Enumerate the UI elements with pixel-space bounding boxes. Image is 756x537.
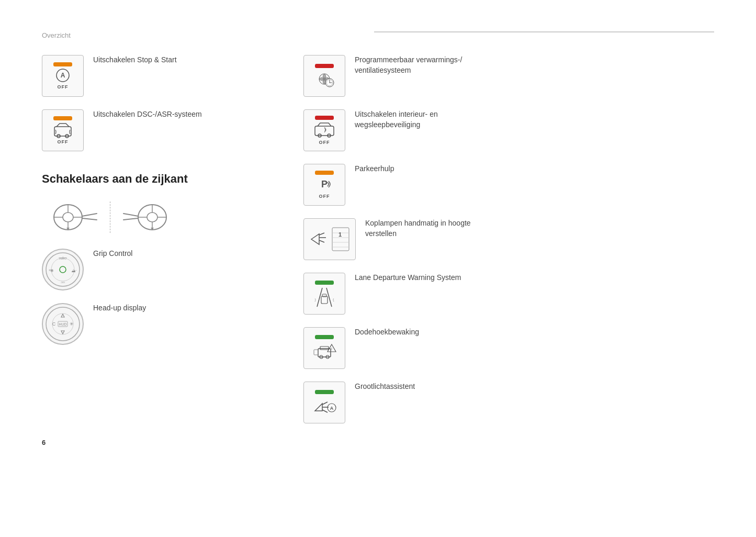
hud-label: Head-up display xyxy=(93,303,146,314)
svg-line-11 xyxy=(82,214,97,216)
interieur-icon: OFF xyxy=(303,109,345,151)
stop-start-label: Uitschakelen Stop & Start xyxy=(93,55,177,65)
green-indicator xyxy=(315,390,334,394)
off-label: OFF xyxy=(58,84,69,90)
koplampen-icon: 1 xyxy=(303,218,356,260)
svg-point-6 xyxy=(63,212,73,222)
svg-rect-45 xyxy=(315,126,334,136)
programmeerbaar-row: Programmeerbaar verwarmings-/ ventilatie… xyxy=(303,55,714,97)
svg-text:AUTO: AUTO xyxy=(59,257,66,260)
top-rule xyxy=(374,31,714,32)
orange-indicator xyxy=(53,62,72,66)
grip-control-icon: — — ❄ ⛰ 〰 △ AUTO ❄❄ ~~ ___ xyxy=(42,249,84,290)
lane-departure-label: Lane Departure Warning System xyxy=(355,273,461,283)
svg-rect-63 xyxy=(320,346,329,350)
right-column: Programmeerbaar verwarmings-/ ventilatie… xyxy=(303,55,714,436)
svg-text:P: P xyxy=(321,179,328,189)
column-divider xyxy=(110,202,110,233)
stop-start-row: A OFF Uitschakelen Stop & Start xyxy=(42,55,262,97)
dsc-asr-icon: OFF xyxy=(42,109,84,151)
svg-line-51 xyxy=(319,240,324,242)
red-indicator xyxy=(315,64,334,68)
green-indicator xyxy=(315,335,334,339)
breadcrumb: Overzicht xyxy=(42,31,714,39)
svg-line-20 xyxy=(123,218,138,220)
svg-rect-60 xyxy=(321,296,328,304)
red-indicator xyxy=(315,116,334,120)
svg-text:HUD: HUD xyxy=(59,322,66,326)
svg-line-49 xyxy=(319,233,324,235)
parkeerhulp-row: P OFF Parkeerhulp xyxy=(303,164,714,206)
orange-indicator xyxy=(315,171,334,175)
svg-point-27 xyxy=(60,266,66,273)
page-number: 6 xyxy=(42,439,46,446)
programmeerbaar-icon xyxy=(303,55,345,97)
koplampen-label: Koplampen handmatig in hoogte verstellen xyxy=(365,218,480,239)
svg-line-19 xyxy=(123,214,138,216)
svg-text:!: ! xyxy=(331,347,332,351)
svg-text:✳: ✳ xyxy=(70,321,74,327)
green-indicator xyxy=(315,281,334,285)
parkeerhulp-label: Parkeerhulp xyxy=(355,164,394,174)
orange-indicator xyxy=(53,116,72,120)
dsc-asr-row: OFF Uitschakelen DSC-/ASR-systeem xyxy=(42,109,262,151)
section-heading: Schakelaars aan de zijkant xyxy=(42,172,262,186)
dodehoek-icon: ! xyxy=(303,327,345,369)
parkeerhulp-icon: P OFF xyxy=(303,164,345,206)
interieur-row: OFF Uitschakelen interieur- en wegsleepb… xyxy=(303,109,714,151)
lane-departure-icon xyxy=(303,273,345,315)
off-label: OFF xyxy=(58,139,69,144)
off-label: OFF xyxy=(319,140,330,145)
svg-text:1: 1 xyxy=(338,231,342,238)
interieur-label: Uitschakelen interieur- en wegsleepbevei… xyxy=(355,109,470,130)
grootlicht-row: A Grootlichtassistent xyxy=(303,382,714,423)
svg-line-68 xyxy=(322,402,328,405)
grootlicht-icon: A xyxy=(303,382,345,423)
grip-control-row: — — ❄ ⛰ 〰 △ AUTO ❄❄ ~~ ___ xyxy=(42,249,262,290)
svg-point-40 xyxy=(323,77,326,81)
off-label: OFF xyxy=(319,194,330,199)
hud-row: C ✳ HUD Head-up display xyxy=(42,303,262,345)
dsc-asr-label: Uitschakelen DSC-/ASR-systeem xyxy=(93,109,202,120)
programmeerbaar-label: Programmeerbaar verwarmings-/ ventilatie… xyxy=(355,55,470,75)
hud-icon: C ✳ HUD xyxy=(42,303,84,345)
svg-text:~~: ~~ xyxy=(74,268,77,272)
grip-control-label: Grip Control xyxy=(93,249,132,259)
dodehoek-label: Dodehoekbewaking xyxy=(355,327,419,338)
left-column: A OFF Uitschakelen Stop & Start xyxy=(42,55,262,436)
svg-line-70 xyxy=(322,410,328,412)
svg-rect-2 xyxy=(54,127,71,136)
svg-text:A: A xyxy=(61,72,65,79)
steering-wheel-right-icon xyxy=(121,203,168,232)
svg-text:A: A xyxy=(330,406,334,411)
grootlicht-label: Grootlichtassistent xyxy=(355,382,415,392)
dodehoek-row: ! Dodehoekbewaking xyxy=(303,327,714,369)
svg-text:___: ___ xyxy=(60,280,65,283)
svg-line-12 xyxy=(82,218,97,220)
stop-start-icon: A OFF xyxy=(42,55,84,97)
lane-departure-row: Lane Departure Warning System xyxy=(303,273,714,315)
svg-point-22 xyxy=(51,258,74,281)
koplampen-row: 1 Koplampen handmatig in hoogte verstell… xyxy=(303,218,714,260)
svg-rect-67 xyxy=(314,350,318,355)
svg-text:C: C xyxy=(52,321,56,327)
svg-text:❄❄: ❄❄ xyxy=(49,268,53,272)
steering-wheel-left-icon xyxy=(52,203,99,232)
svg-point-14 xyxy=(147,212,157,222)
steering-area xyxy=(52,202,262,233)
